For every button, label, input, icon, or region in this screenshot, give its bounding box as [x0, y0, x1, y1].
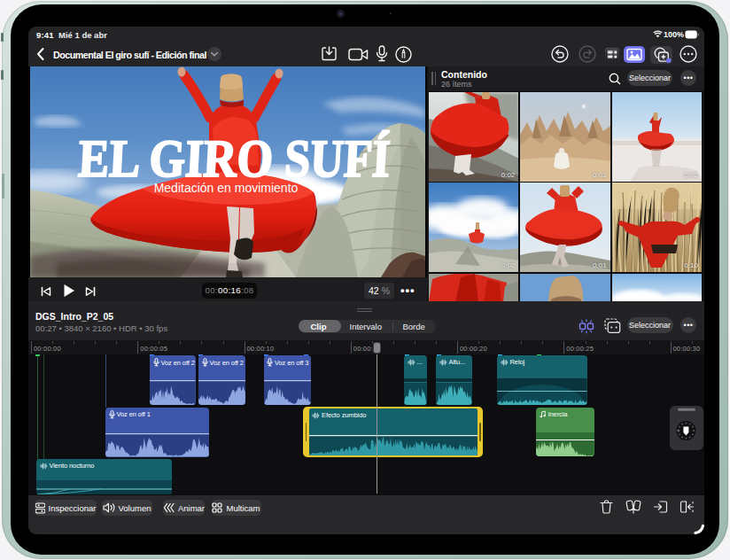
svg-text:Meditación en movimiento: Meditación en movimiento — [154, 181, 299, 195]
svg-text:EL GIRO SUFÍ: EL GIRO SUFÍ — [77, 128, 392, 188]
